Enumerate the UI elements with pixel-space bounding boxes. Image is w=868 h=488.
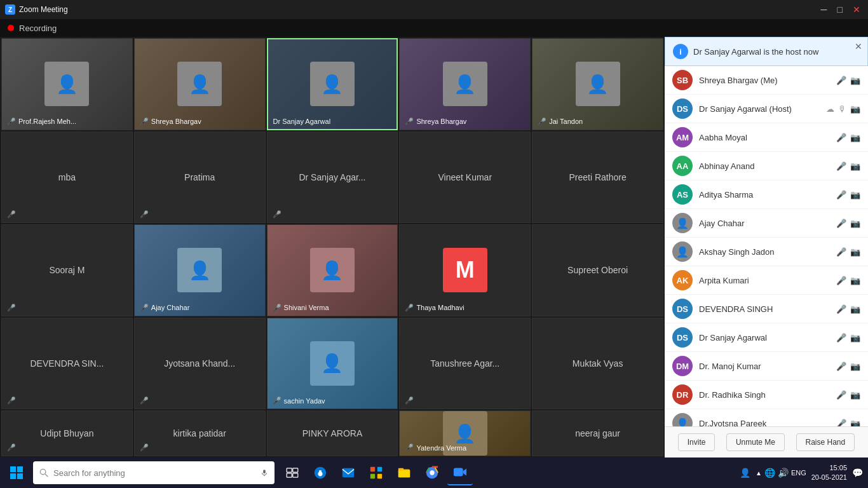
cell-name-bot-6: 🎤 [7, 210, 16, 219]
search-icon [39, 468, 48, 477]
edge-button[interactable] [308, 460, 333, 485]
cell-label-14: Thaya Madhavi [416, 304, 464, 311]
cell-label-4: Shreya Bhargav [416, 118, 466, 125]
store-button[interactable] [363, 460, 389, 485]
avatar: 👤 [672, 241, 693, 262]
search-bar[interactable] [33, 461, 275, 484]
mute-status-icon: 🎤 [836, 161, 846, 171]
list-item: DS DEVENDRA SINGH 🎤 📷 [665, 295, 868, 323]
participant-name: Arpita Kumari [699, 276, 830, 285]
edge-icon [313, 466, 327, 480]
participant-controls: ☁ 🎙 📷 [826, 104, 860, 114]
cell-name-2: 🎤 Shreya Bhargav [140, 118, 201, 126]
mute-status-icon: 🎤 [836, 304, 846, 314]
cell-label-17: Jyotsana Khand... [164, 358, 235, 369]
taskview-button[interactable] [280, 460, 305, 485]
main-content: 👤 🎤 Prof.Rajesh Meh... 👤 🎤 Shreya Bharga… [0, 37, 868, 458]
mail-button[interactable] [336, 460, 361, 485]
title-bar: Z Zoom Meeting ─ □ ✕ [0, 0, 868, 19]
cell-label-25: neeraj gaur [575, 428, 620, 438]
mute-status-icon: 🎤 [836, 76, 846, 85]
svg-rect-22 [454, 468, 463, 477]
video-cell-6: mba 🎤 [1, 132, 133, 224]
cell-label-1: Prof.Rajesh Meh... [18, 118, 76, 125]
mute-icon-21: 🎤 [7, 444, 16, 452]
video-status-icon: 📷 [850, 362, 860, 371]
video-status-icon: 📷 [850, 161, 860, 171]
svg-rect-10 [287, 473, 292, 477]
avatar: AK [672, 270, 693, 290]
chrome-button[interactable] [419, 460, 445, 485]
cell-name-bot-7: 🎤 [140, 210, 149, 219]
up-arrow-icon[interactable]: ▲ [756, 470, 762, 477]
video-cell-19: Tanushree Agar... 🎤 [399, 318, 531, 410]
clock[interactable]: 15:05 20-05-2021 [811, 463, 847, 483]
store-icon [369, 466, 383, 480]
cell-label-7: Pratima [184, 172, 215, 182]
language-label: ENG [791, 469, 806, 477]
participant-controls: 🎤 📷 [836, 333, 860, 342]
recording-dot [8, 25, 14, 31]
mute-icon-1: 🎤 [7, 118, 16, 126]
invite-button[interactable]: Invite [678, 433, 715, 451]
video-status-icon: 📷 [850, 219, 860, 228]
list-item: DS Dr Sanjay Agarwal 🎤 📷 [665, 323, 868, 352]
participant-controls: 🎤 📷 [836, 247, 860, 257]
avatar: DS [672, 327, 693, 348]
notification-close-button[interactable]: ✕ [855, 41, 862, 51]
maximize-button[interactable]: □ [835, 4, 845, 15]
notification-center-icon[interactable]: 💬 [852, 468, 863, 478]
cell-name-24: 🎤 Yatendra Verma [405, 444, 466, 452]
raise-hand-button[interactable]: Raise Hand [796, 433, 855, 451]
minimize-button[interactable]: ─ [818, 4, 830, 15]
mute-icon-12: 🎤 [140, 304, 149, 312]
recording-bar: Recording [0, 19, 868, 37]
video-cell-24: 👤 🎤 Yatendra Verma [399, 410, 531, 456]
avatar: DS [672, 299, 693, 319]
zoom-taskbar-button[interactable] [447, 460, 473, 485]
volume-icon: 🔊 [778, 468, 789, 478]
video-grid-container: 👤 🎤 Prof.Rajesh Meh... 👤 🎤 Shreya Bharga… [0, 37, 665, 458]
video-cell-20: Muktak Vyas [532, 318, 663, 410]
file-explorer-button[interactable] [391, 460, 417, 485]
video-status-icon: 📷 [850, 419, 860, 427]
video-cell-17: Jyotsana Khand... 🎤 [134, 318, 266, 410]
network-icon: 👤 [740, 468, 750, 478]
cell-label-23: PINKY ARORA [302, 428, 363, 438]
file-explorer-icon [397, 466, 411, 480]
svg-rect-18 [398, 470, 410, 477]
cell-name-12: 🎤 Ajay Chahar [140, 304, 190, 312]
mute-icon-5: 🎤 [538, 118, 546, 126]
host-notification: i Dr Sanjay Agarwal is the host now ✕ [665, 37, 868, 66]
svg-rect-19 [398, 468, 403, 471]
cell-name-bot-19: 🎤 [405, 396, 414, 405]
mute-status-icon: 🎤 [836, 419, 846, 427]
close-button[interactable]: ✕ [850, 4, 863, 15]
svg-rect-9 [293, 468, 298, 472]
unmute-button[interactable]: Unmute Me [726, 433, 785, 451]
list-item: 👤 Dr.Jyotsna Pareek 🎤 📷 [665, 409, 868, 426]
svg-rect-12 [342, 468, 354, 478]
list-item: DM Dr. Manoj Kumar 🎤 📷 [665, 352, 868, 381]
video-cell-15: Supreet Oberoi [532, 224, 663, 316]
cell-name-bot-22: 🎤 [140, 444, 149, 452]
participant-controls: 🎤 📷 [836, 219, 860, 228]
mute-icon-8: 🎤 [273, 210, 281, 219]
start-button[interactable] [5, 461, 28, 484]
video-status-icon: 📷 [850, 276, 860, 285]
participant-controls: 🎤 📷 [836, 390, 860, 400]
search-input[interactable] [53, 468, 255, 478]
mic-icon: 🎙 [838, 104, 846, 114]
participant-name: DEVENDRA SINGH [699, 304, 830, 314]
video-cell-1: 👤 🎤 Prof.Rajesh Meh... [1, 38, 133, 130]
video-cell-16: DEVENDRA SIN... 🎤 [1, 318, 133, 410]
mute-status-icon: 🎤 [836, 247, 846, 257]
notification-text: Dr Sanjay Agarwal is the host now [693, 47, 818, 57]
participant-name: Abhinay Anand [699, 161, 830, 171]
cell-name-1: 🎤 Prof.Rajesh Meh... [7, 118, 76, 126]
window-controls[interactable]: ─ □ ✕ [818, 4, 863, 15]
avatar: 👤 [672, 213, 693, 233]
video-status-icon: 📷 [850, 304, 860, 314]
participant-controls: 🎤 📷 [836, 133, 860, 142]
avatar: SB [672, 70, 693, 90]
